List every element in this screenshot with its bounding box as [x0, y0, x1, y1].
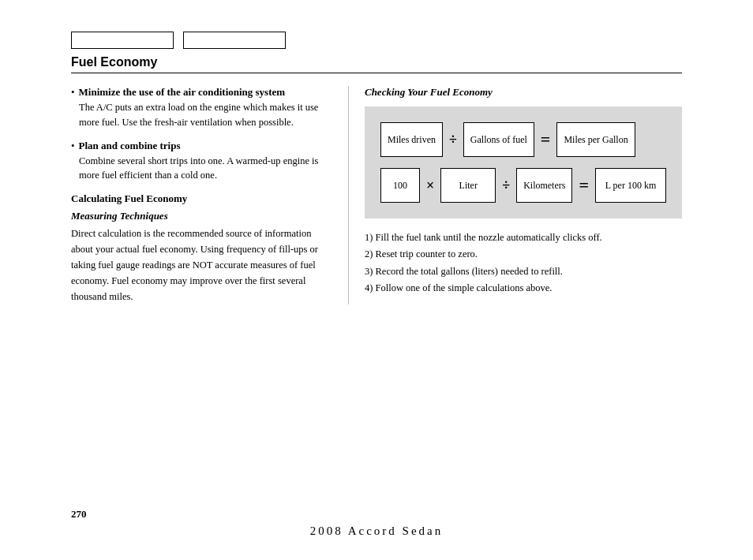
- bullet-item-2: • Plan and combine trips Combine several…: [71, 140, 332, 184]
- measuring-title: Measuring Techniques: [71, 210, 332, 222]
- right-column: Checking Your Fuel Economy Miles driven …: [365, 86, 682, 304]
- operator-multiply: ×: [426, 177, 434, 194]
- section-title: Fuel Economy: [71, 55, 682, 73]
- formula-miles-driven: Miles driven: [380, 122, 443, 157]
- measuring-text: Direct calculation is the recommended so…: [71, 226, 332, 304]
- formula-liter: Liter: [440, 168, 496, 203]
- formula-box: Miles driven ÷ Gallons of fuel = Miles p…: [365, 106, 682, 218]
- bullet-text-1: The A/C puts an extra load on the engine…: [79, 100, 332, 130]
- tab-1[interactable]: [71, 32, 174, 49]
- formula-gallons-fuel: Gallons of fuel: [463, 122, 534, 157]
- instruction-1: 1) Fill the fuel tank until the nozzle a…: [365, 230, 682, 246]
- operator-divide-2: ÷: [502, 177, 510, 194]
- equals-2: =: [579, 175, 589, 196]
- formula-l-per-100km: L per 100 km: [595, 168, 666, 203]
- page-number: 270: [71, 508, 87, 521]
- formula-row-1: Miles driven ÷ Gallons of fuel = Miles p…: [380, 122, 666, 157]
- instructions: 1) Fill the fuel tank until the nozzle a…: [365, 230, 682, 297]
- bullet-title-2: Plan and combine trips: [79, 140, 181, 152]
- bullet-dot-1: •: [71, 86, 75, 99]
- formula-kilometers: Kilometers: [516, 168, 572, 203]
- tab-2[interactable]: [183, 32, 286, 49]
- operator-divide-1: ÷: [449, 132, 457, 148]
- header-tabs: [71, 32, 682, 49]
- formula-miles-per-gallon: Miles per Gallon: [556, 122, 635, 157]
- bullet-text-2: Combine several short trips into one. A …: [79, 154, 332, 184]
- bullet-dot-2: •: [71, 140, 75, 152]
- instruction-4: 4) Follow one of the simple calculations…: [365, 280, 682, 297]
- bullet-item-1: • Minimize the use of the air conditioni…: [71, 86, 332, 130]
- instruction-3: 3) Record the total gallons (liters) nee…: [365, 263, 682, 280]
- calc-heading: Calculating Fuel Economy: [71, 192, 332, 205]
- bullet-title-1: Minimize the use of the air conditioning…: [79, 86, 286, 99]
- checking-title: Checking Your Fuel Economy: [365, 86, 682, 99]
- formula-100: 100: [380, 168, 420, 203]
- left-column: • Minimize the use of the air conditioni…: [71, 86, 349, 304]
- formula-row-2: 100 × Liter ÷ Kilometers = L per 100 km: [380, 168, 666, 203]
- equals-1: =: [541, 129, 551, 150]
- instruction-2: 2) Reset trip counter to zero.: [365, 246, 682, 263]
- footer-title: 2008 Accord Sedan: [0, 525, 753, 538]
- main-content: • Minimize the use of the air conditioni…: [71, 86, 682, 304]
